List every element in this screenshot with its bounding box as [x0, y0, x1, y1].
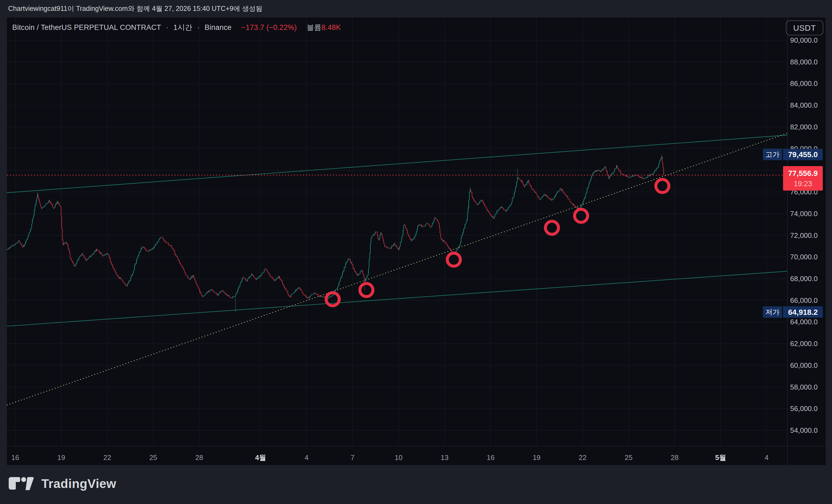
svg-text:22: 22 [103, 453, 111, 461]
grid-layer [7, 18, 787, 446]
svg-text:72,000.0: 72,000.0 [790, 231, 817, 239]
symbol-header: Bitcoin / TetherUS PERPETUAL CONTRACT·1시… [12, 23, 341, 32]
tradingview-logo-text: TradingView [41, 476, 116, 491]
svg-text:64,918.2: 64,918.2 [788, 308, 818, 316]
highlight-circle-4[interactable] [545, 221, 558, 234]
price-change: −173.7 (−0.22%) [241, 23, 297, 31]
svg-text:7: 7 [351, 453, 355, 461]
svg-text:13: 13 [441, 453, 449, 461]
svg-text:68,000.0: 68,000.0 [790, 274, 817, 283]
svg-text:25: 25 [149, 453, 157, 461]
svg-text:90,000.0: 90,000.0 [790, 36, 817, 44]
svg-text:25: 25 [625, 453, 633, 461]
svg-text:58,000.0: 58,000.0 [790, 383, 817, 391]
svg-text:86,000.0: 86,000.0 [790, 79, 817, 87]
low-price-badge: 저가64,918.2 [763, 307, 823, 318]
highlight-circle-1[interactable] [326, 293, 339, 306]
separator-dot: · [166, 23, 168, 31]
symbol-title[interactable]: Bitcoin / TetherUS PERPETUAL CONTRACT [12, 23, 161, 31]
volume-label: 볼륨 [307, 23, 321, 31]
svg-text:70,000.0: 70,000.0 [790, 253, 817, 261]
currency-button[interactable]: USDT [786, 20, 823, 35]
svg-text:77,556.9: 77,556.9 [788, 169, 818, 178]
time-axis[interactable]: 16192225284월47101316192225285월4 [11, 453, 769, 461]
axis-borders [6, 17, 826, 466]
current-price-badge: 77,556.919:23 [783, 166, 823, 191]
svg-text:4월: 4월 [255, 453, 266, 461]
highlight-circle-3[interactable] [447, 253, 460, 266]
svg-text:79,455.0: 79,455.0 [788, 150, 818, 159]
svg-text:4: 4 [305, 453, 308, 461]
svg-text:60,000.0: 60,000.0 [790, 361, 817, 369]
svg-text:5월: 5월 [715, 453, 726, 461]
svg-text:84,000.0: 84,000.0 [790, 101, 817, 109]
tradingview-logo-icon [8, 477, 35, 490]
interval-label[interactable]: 1시간 [174, 23, 192, 31]
svg-text:19: 19 [532, 453, 541, 461]
high-price-badge: 고가79,455.0 [763, 149, 823, 160]
svg-text:16: 16 [487, 453, 495, 461]
separator-dot: · [197, 23, 200, 31]
svg-text:28: 28 [671, 453, 679, 461]
volume-value: 8.48K [321, 23, 341, 31]
trendline-lower-channel-teal[interactable] [7, 271, 787, 326]
svg-text:22: 22 [579, 453, 587, 461]
svg-text:16: 16 [11, 453, 19, 461]
tradingview-logo[interactable]: TradingView [8, 476, 116, 491]
svg-text:66,000.0: 66,000.0 [790, 296, 817, 304]
highlight-circle-6[interactable] [656, 179, 669, 192]
svg-text:56,000.0: 56,000.0 [790, 404, 817, 413]
trendline-support-dotted-yellow[interactable] [7, 133, 787, 405]
price-axis[interactable]: 90,000.088,000.086,000.084,000.082,000.0… [790, 36, 817, 434]
svg-text:4: 4 [764, 453, 769, 461]
svg-text:19:23: 19:23 [794, 180, 812, 188]
exchange-label[interactable]: Binance [205, 23, 232, 31]
svg-text:10: 10 [395, 453, 403, 461]
svg-text:82,000.0: 82,000.0 [790, 123, 817, 131]
svg-text:62,000.0: 62,000.0 [790, 340, 817, 348]
chart-svg[interactable]: 90,000.088,000.086,000.084,000.082,000.0… [0, 0, 832, 504]
highlight-circle-2[interactable] [360, 284, 373, 297]
svg-text:54,000.0: 54,000.0 [790, 426, 817, 434]
svg-text:88,000.0: 88,000.0 [790, 58, 817, 66]
svg-text:74,000.0: 74,000.0 [790, 210, 817, 218]
svg-text:고가: 고가 [765, 150, 780, 158]
svg-text:64,000.0: 64,000.0 [790, 318, 817, 326]
svg-text:28: 28 [195, 453, 203, 461]
svg-text:19: 19 [57, 453, 65, 461]
highlight-circle-5[interactable] [574, 209, 588, 222]
svg-text:저가: 저가 [765, 308, 780, 316]
candles-layer [6, 154, 664, 312]
